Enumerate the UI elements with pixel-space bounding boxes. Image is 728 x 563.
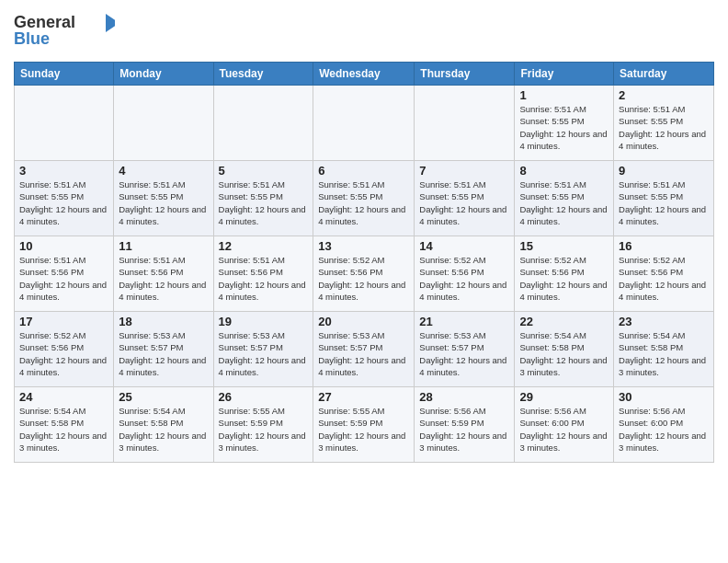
day-info: Sunrise: 5:51 AM Sunset: 5:55 PM Dayligh… xyxy=(519,178,609,227)
day-info: Sunrise: 5:55 AM Sunset: 5:59 PM Dayligh… xyxy=(318,405,409,454)
calendar-cell: 27Sunrise: 5:55 AM Sunset: 5:59 PM Dayli… xyxy=(313,387,415,463)
calendar-cell: 21Sunrise: 5:53 AM Sunset: 5:57 PM Dayli… xyxy=(415,312,515,387)
day-info: Sunrise: 5:56 AM Sunset: 5:59 PM Dayligh… xyxy=(419,405,509,454)
day-info: Sunrise: 5:54 AM Sunset: 5:58 PM Dayligh… xyxy=(619,329,709,378)
calendar-cell: 13Sunrise: 5:52 AM Sunset: 5:56 PM Dayli… xyxy=(313,236,415,312)
days-header-row: Sunday Monday Tuesday Wednesday Thursday… xyxy=(15,63,714,86)
day-number: 10 xyxy=(19,239,108,253)
calendar-cell: 4Sunrise: 5:51 AM Sunset: 5:55 PM Daylig… xyxy=(114,161,213,236)
day-info: Sunrise: 5:53 AM Sunset: 5:57 PM Dayligh… xyxy=(119,329,208,378)
logo: General Blue xyxy=(14,9,115,54)
day-number: 13 xyxy=(318,239,409,253)
day-number: 29 xyxy=(519,390,609,404)
calendar-cell: 2Sunrise: 5:51 AM Sunset: 5:55 PM Daylig… xyxy=(614,86,714,161)
calendar-cell: 28Sunrise: 5:56 AM Sunset: 5:59 PM Dayli… xyxy=(415,387,515,463)
day-number: 1 xyxy=(519,88,609,102)
day-number: 22 xyxy=(519,315,609,328)
day-number: 18 xyxy=(119,315,208,328)
day-info: Sunrise: 5:51 AM Sunset: 5:55 PM Dayligh… xyxy=(19,178,108,227)
day-number: 14 xyxy=(419,239,509,253)
calendar-cell: 10Sunrise: 5:51 AM Sunset: 5:56 PM Dayli… xyxy=(15,236,114,312)
header-tuesday: Tuesday xyxy=(213,63,313,86)
day-number: 7 xyxy=(419,164,509,178)
calendar-cell: 19Sunrise: 5:53 AM Sunset: 5:57 PM Dayli… xyxy=(213,312,313,387)
day-info: Sunrise: 5:51 AM Sunset: 5:55 PM Dayligh… xyxy=(519,103,609,152)
day-info: Sunrise: 5:52 AM Sunset: 5:56 PM Dayligh… xyxy=(619,254,709,303)
day-number: 12 xyxy=(219,239,309,253)
day-info: Sunrise: 5:52 AM Sunset: 5:56 PM Dayligh… xyxy=(519,254,609,303)
calendar-cell: 6Sunrise: 5:51 AM Sunset: 5:55 PM Daylig… xyxy=(313,161,415,236)
day-number: 24 xyxy=(19,390,108,404)
calendar-cell xyxy=(213,86,313,161)
day-info: Sunrise: 5:54 AM Sunset: 5:58 PM Dayligh… xyxy=(519,329,609,378)
header-monday: Monday xyxy=(114,63,213,86)
calendar-cell: 23Sunrise: 5:54 AM Sunset: 5:58 PM Dayli… xyxy=(614,312,714,387)
day-info: Sunrise: 5:51 AM Sunset: 5:55 PM Dayligh… xyxy=(619,178,709,227)
calendar-week-row: 3Sunrise: 5:51 AM Sunset: 5:55 PM Daylig… xyxy=(15,161,714,236)
calendar-cell: 20Sunrise: 5:53 AM Sunset: 5:57 PM Dayli… xyxy=(313,312,415,387)
day-info: Sunrise: 5:52 AM Sunset: 5:56 PM Dayligh… xyxy=(419,254,509,303)
day-number: 11 xyxy=(119,239,208,253)
calendar-cell: 11Sunrise: 5:51 AM Sunset: 5:56 PM Dayli… xyxy=(114,236,213,312)
day-number: 27 xyxy=(318,390,409,404)
day-info: Sunrise: 5:54 AM Sunset: 5:58 PM Dayligh… xyxy=(19,405,108,454)
calendar-cell: 5Sunrise: 5:51 AM Sunset: 5:55 PM Daylig… xyxy=(213,161,313,236)
calendar-cell xyxy=(15,86,114,161)
day-info: Sunrise: 5:51 AM Sunset: 5:55 PM Dayligh… xyxy=(219,178,309,227)
calendar-cell: 15Sunrise: 5:52 AM Sunset: 5:56 PM Dayli… xyxy=(515,236,614,312)
day-number: 30 xyxy=(619,390,709,404)
calendar-cell xyxy=(415,86,515,161)
calendar-cell: 26Sunrise: 5:55 AM Sunset: 5:59 PM Dayli… xyxy=(213,387,313,463)
day-number: 19 xyxy=(219,315,309,328)
day-number: 15 xyxy=(519,239,609,253)
header-friday: Friday xyxy=(515,63,614,86)
day-info: Sunrise: 5:53 AM Sunset: 5:57 PM Dayligh… xyxy=(219,329,309,378)
day-number: 21 xyxy=(419,315,509,328)
day-info: Sunrise: 5:53 AM Sunset: 5:57 PM Dayligh… xyxy=(419,329,509,378)
calendar-cell: 24Sunrise: 5:54 AM Sunset: 5:58 PM Dayli… xyxy=(15,387,114,463)
calendar-cell: 30Sunrise: 5:56 AM Sunset: 6:00 PM Dayli… xyxy=(614,387,714,463)
calendar-week-row: 1Sunrise: 5:51 AM Sunset: 5:55 PM Daylig… xyxy=(15,86,714,161)
calendar-cell: 12Sunrise: 5:51 AM Sunset: 5:56 PM Dayli… xyxy=(213,236,313,312)
day-number: 25 xyxy=(119,390,208,404)
day-info: Sunrise: 5:52 AM Sunset: 5:56 PM Dayligh… xyxy=(318,254,409,303)
svg-text:General: General xyxy=(14,13,75,31)
header: General Blue xyxy=(14,9,714,54)
calendar-cell: 3Sunrise: 5:51 AM Sunset: 5:55 PM Daylig… xyxy=(15,161,114,236)
svg-text:Blue: Blue xyxy=(14,29,50,48)
day-info: Sunrise: 5:51 AM Sunset: 5:55 PM Dayligh… xyxy=(119,178,208,227)
day-info: Sunrise: 5:53 AM Sunset: 5:57 PM Dayligh… xyxy=(318,329,409,378)
calendar-cell: 9Sunrise: 5:51 AM Sunset: 5:55 PM Daylig… xyxy=(614,161,714,236)
header-sunday: Sunday xyxy=(15,63,114,86)
day-number: 23 xyxy=(619,315,709,328)
calendar-week-row: 24Sunrise: 5:54 AM Sunset: 5:58 PM Dayli… xyxy=(15,387,714,463)
calendar-cell xyxy=(114,86,213,161)
day-number: 9 xyxy=(619,164,709,178)
day-info: Sunrise: 5:51 AM Sunset: 5:55 PM Dayligh… xyxy=(419,178,509,227)
calendar-week-row: 17Sunrise: 5:52 AM Sunset: 5:56 PM Dayli… xyxy=(15,312,714,387)
svg-marker-1 xyxy=(106,14,115,32)
day-number: 5 xyxy=(219,164,309,178)
day-info: Sunrise: 5:56 AM Sunset: 6:00 PM Dayligh… xyxy=(619,405,709,454)
calendar-cell: 1Sunrise: 5:51 AM Sunset: 5:55 PM Daylig… xyxy=(515,86,614,161)
day-number: 26 xyxy=(219,390,309,404)
day-number: 17 xyxy=(19,315,108,328)
page-container: General Blue Sunday Monday Tuesday Wedne… xyxy=(0,0,728,563)
day-info: Sunrise: 5:51 AM Sunset: 5:56 PM Dayligh… xyxy=(219,254,309,303)
calendar-table: Sunday Monday Tuesday Wednesday Thursday… xyxy=(14,62,714,463)
day-number: 28 xyxy=(419,390,509,404)
day-info: Sunrise: 5:55 AM Sunset: 5:59 PM Dayligh… xyxy=(219,405,309,454)
day-info: Sunrise: 5:54 AM Sunset: 5:58 PM Dayligh… xyxy=(119,405,208,454)
header-thursday: Thursday xyxy=(415,63,515,86)
calendar-cell: 22Sunrise: 5:54 AM Sunset: 5:58 PM Dayli… xyxy=(515,312,614,387)
calendar-cell: 7Sunrise: 5:51 AM Sunset: 5:55 PM Daylig… xyxy=(415,161,515,236)
calendar-cell xyxy=(313,86,415,161)
header-saturday: Saturday xyxy=(614,63,714,86)
calendar-cell: 29Sunrise: 5:56 AM Sunset: 6:00 PM Dayli… xyxy=(515,387,614,463)
day-info: Sunrise: 5:51 AM Sunset: 5:55 PM Dayligh… xyxy=(619,103,709,152)
calendar-week-row: 10Sunrise: 5:51 AM Sunset: 5:56 PM Dayli… xyxy=(15,236,714,312)
day-number: 8 xyxy=(519,164,609,178)
calendar-cell: 18Sunrise: 5:53 AM Sunset: 5:57 PM Dayli… xyxy=(114,312,213,387)
day-info: Sunrise: 5:56 AM Sunset: 6:00 PM Dayligh… xyxy=(519,405,609,454)
day-number: 3 xyxy=(19,164,108,178)
